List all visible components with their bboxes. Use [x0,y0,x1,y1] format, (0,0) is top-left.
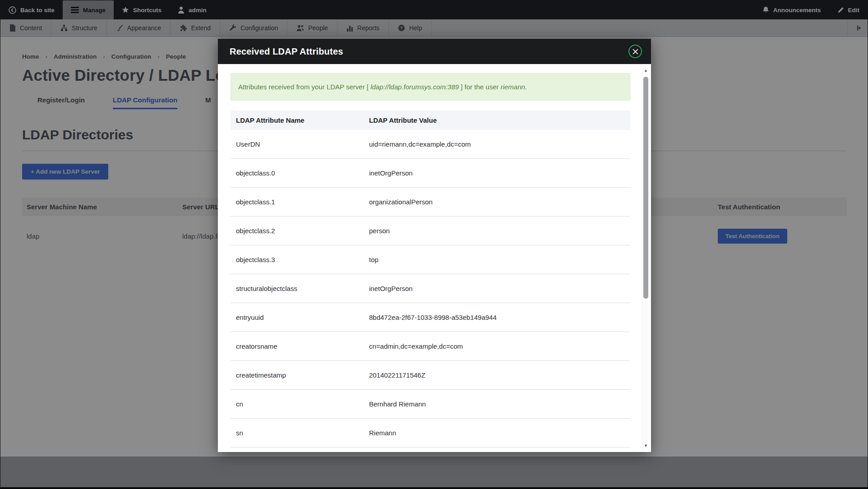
received-ldap-attributes-dialog: Received LDAP Attributes Attributes rece… [218,39,651,452]
attribute-row: creatorsname cn=admin,dc=example,dc=com [231,332,630,361]
attribute-value: inetOrgPerson [364,274,630,303]
attribute-row: createtimestamp 20140221171546Z [231,361,630,390]
attribute-row: objectclass.1 organizationalPerson [231,188,630,217]
attribute-name: creatorsname [231,332,364,361]
attribute-name: objectclass.2 [231,217,364,245]
attribute-row: UserDN uid=riemann,dc=example,dc=com [231,130,630,159]
attribute-value: 20140221171546Z [364,361,630,390]
col-attribute-name: LDAP Attribute Name [231,111,364,130]
attributes-header-row: LDAP Attribute Name LDAP Attribute Value [231,111,630,130]
attribute-row: objectclass.2 person [231,217,630,245]
attribute-value: Bernhard Riemann [364,390,630,419]
attribute-name: objectclass.3 [231,245,364,274]
scroll-up-arrow[interactable]: ▲ [642,67,649,74]
attribute-name: structuralobjectclass [231,274,364,303]
dialog-header: Received LDAP Attributes [218,39,651,64]
dialog-close-button[interactable] [628,45,642,58]
attribute-name: entryuuid [231,303,364,332]
attribute-value: uid=riemann,dc=example,dc=com [364,130,630,159]
attribute-row: objectclass.0 inetOrgPerson [231,159,630,188]
attribute-value: Riemann [364,419,630,447]
attribute-row: sn Riemann [231,419,630,447]
status-message-user: riemann [501,83,525,91]
attribute-row: entryuuid 8bd472ea-2f67-1033-8998-a53eb1… [231,303,630,332]
ldap-attributes-table: LDAP Attribute Name LDAP Attribute Value… [231,111,630,447]
close-icon [633,49,638,55]
attribute-value: organizationalPerson [364,188,630,217]
attribute-value: person [364,217,630,245]
status-message-server: ldap://ldap.forumsys.com:389 [370,83,459,91]
drupal-admin-window: Back to site Manage Shortcuts admin Anno… [0,0,868,489]
dialog-body: Attributes received from your LDAP serve… [218,64,651,452]
attribute-row: objectclass.3 top [231,245,630,274]
attribute-name: UserDN [231,130,364,159]
scrollbar-thumb[interactable] [643,77,648,299]
status-message-text: . [525,83,527,91]
attribute-value: inetOrgPerson [364,159,630,188]
attribute-name: objectclass.1 [231,188,364,217]
status-message-text: ] for the user [459,83,501,91]
scroll-down-arrow[interactable]: ▼ [642,442,649,449]
status-message: Attributes received from your LDAP serve… [231,73,630,101]
attribute-value: 8bd472ea-2f67-1033-8998-a53eb149a944 [364,303,630,332]
attribute-name: cn [231,390,364,419]
status-message-text: Attributes received from your LDAP serve… [238,83,370,91]
attribute-name: createtimestamp [231,361,364,390]
attribute-name: objectclass.0 [231,159,364,188]
dialog-scrollbar[interactable]: ▲ ▼ [642,67,649,449]
attribute-row: cn Bernhard Riemann [231,390,630,419]
dialog-title: Received LDAP Attributes [230,46,343,57]
attribute-value: cn=admin,dc=example,dc=com [364,332,630,361]
col-attribute-value: LDAP Attribute Value [364,111,630,130]
attribute-value: top [364,245,630,274]
attribute-row: structuralobjectclass inetOrgPerson [231,274,630,303]
attribute-name: sn [231,419,364,447]
